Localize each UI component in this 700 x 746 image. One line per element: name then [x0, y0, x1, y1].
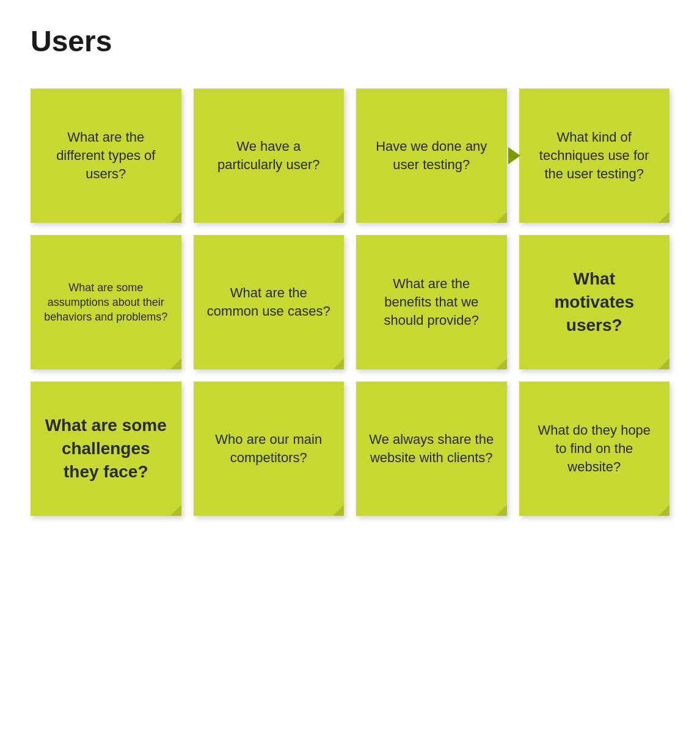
sticky-note-1[interactable]: What are the different types of users? [31, 89, 181, 223]
note-wrapper-1: What are the different types of users? [31, 89, 181, 223]
note-text-6: What are the common use cases? [206, 284, 332, 320]
note-text-8: What motivates users? [531, 267, 658, 336]
note-wrapper-5: What are some assumptions about their be… [31, 235, 181, 369]
note-wrapper-6: What are the common use cases? [194, 235, 345, 369]
note-text-10: Who are our main competitors? [206, 430, 332, 466]
note-wrapper-3: Have we done any user testing? [356, 89, 507, 223]
note-wrapper-9: What are some challenges they face? [31, 382, 181, 516]
note-wrapper-4: What kind of techniques use for the user… [519, 89, 670, 223]
sticky-note-9[interactable]: What are some challenges they face? [31, 382, 181, 516]
note-text-11: We always share the website with clients… [368, 430, 495, 466]
sticky-note-12[interactable]: What do they hope to find on the website… [519, 382, 670, 516]
note-text-1: What are the different types of users? [43, 128, 169, 183]
sticky-note-4[interactable]: What kind of techniques use for the user… [519, 89, 670, 223]
note-text-12: What do they hope to find on the website… [531, 421, 658, 476]
note-text-2: We have a particularly user? [206, 137, 332, 173]
note-wrapper-8: What motivates users? [519, 235, 670, 369]
sticky-note-8[interactable]: What motivates users? [519, 235, 670, 369]
page-title: Users [31, 24, 669, 58]
sticky-note-7[interactable]: What are the benefits that we should pro… [356, 235, 507, 369]
sticky-note-6[interactable]: What are the common use cases? [194, 235, 345, 369]
note-wrapper-10: Who are our main competitors? [194, 382, 345, 516]
sticky-note-10[interactable]: Who are our main competitors? [194, 382, 345, 516]
note-text-7: What are the benefits that we should pro… [368, 275, 495, 329]
note-wrapper-12: What do they hope to find on the website… [519, 382, 670, 516]
notes-grid: What are the different types of users? W… [31, 89, 669, 516]
note-text-5: What are some assumptions about their be… [43, 280, 169, 325]
note-wrapper-7: What are the benefits that we should pro… [356, 235, 507, 369]
note-text-4: What kind of techniques use for the user… [531, 128, 658, 183]
sticky-note-5[interactable]: What are some assumptions about their be… [31, 235, 181, 369]
note-text-3: Have we done any user testing? [368, 137, 495, 173]
arrow-right-icon [508, 147, 520, 164]
note-wrapper-11: We always share the website with clients… [356, 382, 507, 516]
note-text-9: What are some challenges they face? [43, 414, 169, 483]
note-wrapper-2: We have a particularly user? [194, 89, 345, 223]
sticky-note-2[interactable]: We have a particularly user? [194, 89, 345, 223]
sticky-note-3[interactable]: Have we done any user testing? [356, 89, 507, 223]
sticky-note-11[interactable]: We always share the website with clients… [356, 382, 507, 516]
